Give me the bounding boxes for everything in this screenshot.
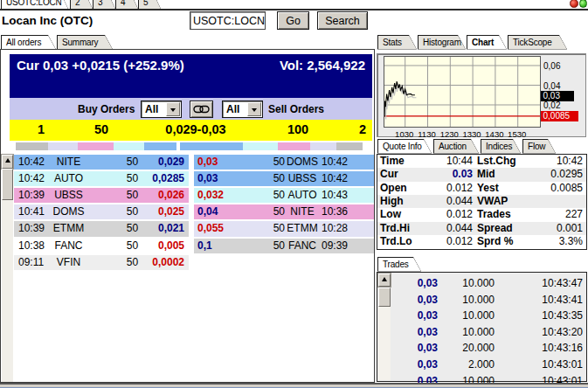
tab-trades[interactable]: Trades bbox=[377, 257, 421, 272]
depth-segment bbox=[180, 142, 243, 150]
tab-chart[interactable]: Chart bbox=[467, 35, 507, 50]
trade-time: 10:43:20 bbox=[515, 324, 583, 341]
tab-auction[interactable]: Auction bbox=[433, 139, 479, 154]
quote-label: Mid bbox=[477, 168, 495, 181]
quote-value: 0.0085 bbox=[550, 182, 583, 195]
ask-price: 0,1 bbox=[197, 239, 212, 253]
go-button[interactable]: Go bbox=[277, 11, 309, 30]
buy-filter-dropdown[interactable]: All bbox=[141, 100, 182, 118]
ask-row[interactable]: 0,150FANC09:39 bbox=[194, 239, 374, 253]
bid-row[interactable]: 10:38FANC500,005 bbox=[14, 239, 189, 253]
quote-label: Yest bbox=[477, 182, 499, 195]
bid-row[interactable]: 10:42NITE500,029 bbox=[14, 155, 189, 170]
quote-info-row: Low0.012Trades227 bbox=[377, 208, 586, 221]
ask-row[interactable]: 0,05550ETMM10:28 bbox=[194, 221, 374, 236]
trade-time: 10:43:01 bbox=[515, 357, 583, 373]
scrollbar-thumb[interactable] bbox=[378, 288, 391, 307]
search-button[interactable]: Search bbox=[317, 11, 368, 30]
current-price-change: Cur 0,03 +0,0215 (+252.9%) bbox=[17, 58, 184, 73]
chevron-down-icon[interactable] bbox=[166, 102, 180, 116]
ask-time: 09:39 bbox=[311, 239, 348, 253]
restore-window-icon[interactable] bbox=[579, 0, 588, 8]
trade-size: 2.000 bbox=[445, 357, 495, 373]
bid-price: 0,029 bbox=[158, 155, 184, 170]
trade-price: 0,03 bbox=[392, 324, 438, 341]
sell-orders-label: Sell Orders bbox=[268, 103, 324, 115]
tab-strip-divider bbox=[0, 9, 588, 10]
quote-value: 0.012 bbox=[416, 182, 473, 195]
bid-row[interactable]: 09:11VFIN500,0002 bbox=[14, 255, 189, 270]
bid-row[interactable]: 10:39UBSS500,026 bbox=[14, 188, 189, 203]
tab-flow[interactable]: Flow bbox=[522, 139, 556, 154]
tab-all-orders[interactable]: All orders bbox=[1, 35, 56, 50]
depth-segment bbox=[114, 142, 144, 150]
quote-label: Trd.Hi bbox=[380, 222, 410, 235]
tab-summary[interactable]: Summary bbox=[57, 35, 113, 50]
quote-value: 10:42 bbox=[557, 155, 583, 168]
tab-tickscope[interactable]: TickScope bbox=[508, 35, 567, 50]
yesterday-close-axis-tag: 0,0085 bbox=[541, 111, 578, 121]
ask-depth-bar bbox=[180, 142, 363, 150]
chevron-down-icon[interactable] bbox=[247, 102, 261, 116]
tab-usotc-locn[interactable]: USOTC:LOCN bbox=[1, 0, 68, 9]
bid-market-maker: FANC bbox=[40, 239, 97, 253]
bid-ask-spread: 0,029-0,03 bbox=[141, 122, 251, 136]
tab-stats[interactable]: Stats bbox=[377, 35, 417, 50]
depth-segment bbox=[278, 142, 310, 150]
scroll-up-button[interactable] bbox=[378, 274, 391, 287]
bid-row[interactable]: 10:41DOMS500,025 bbox=[14, 204, 189, 219]
order-book-scrollbar[interactable] bbox=[2, 155, 13, 382]
quote-value: 10:44 bbox=[416, 155, 473, 168]
quote-value: 0.03 bbox=[416, 168, 473, 181]
depth-segment bbox=[78, 142, 114, 150]
tab-quote-info[interactable]: Quote Info bbox=[377, 139, 432, 154]
quote-label: Sprd % bbox=[477, 235, 513, 248]
depth-segment bbox=[16, 142, 48, 150]
trade-price: 0,03 bbox=[392, 340, 438, 357]
tab-4[interactable]: 4 bbox=[115, 0, 138, 9]
tab-histogram[interactable]: Histogram bbox=[418, 35, 466, 50]
ask-price: 0,03 bbox=[197, 171, 218, 186]
ask-row[interactable]: 0,0350UBSS10:42 bbox=[194, 171, 374, 186]
tab-2[interactable]: 2 bbox=[70, 0, 93, 9]
trade-row: 0,0310.00010:43:20 bbox=[392, 324, 571, 341]
scroll-up-button[interactable] bbox=[2, 155, 13, 169]
quote-info-row: Trd.Lo0.012Sprd %3.3% bbox=[377, 235, 586, 248]
scrollbar-thumb[interactable] bbox=[2, 169, 13, 200]
quote-label: Trades bbox=[477, 208, 511, 221]
x-axis-label: 1430 bbox=[484, 129, 505, 139]
close-window-icon[interactable] bbox=[570, 0, 578, 8]
tab-5[interactable]: 5 bbox=[138, 0, 161, 9]
quote-value: 3.3% bbox=[559, 235, 583, 248]
trade-size: 10.000 bbox=[445, 308, 495, 324]
ask-row[interactable]: 0,03250AUTO10:43 bbox=[194, 188, 374, 203]
tab-indices[interactable]: Indices bbox=[481, 139, 521, 154]
bid-price: 0,0002 bbox=[152, 255, 184, 270]
tab-3[interactable]: 3 bbox=[93, 0, 115, 9]
depth-segment bbox=[310, 142, 336, 150]
trade-row: 0,0310.00010:43:35 bbox=[392, 308, 571, 324]
ask-time: 10:42 bbox=[311, 171, 348, 186]
ask-row[interactable]: 0,0350DOMS10:42 bbox=[194, 155, 374, 170]
trade-row: 0,0310.00010:43:47 bbox=[392, 275, 571, 292]
quote-label: Cur bbox=[380, 168, 398, 181]
bid-row[interactable]: 10:42AUTO500,0285 bbox=[14, 171, 189, 186]
ask-row[interactable]: 0,0450NITE10:36 bbox=[194, 204, 374, 219]
trade-time: 10:43:16 bbox=[515, 340, 583, 357]
symbol-input[interactable] bbox=[190, 11, 266, 30]
trades-scrollbar[interactable] bbox=[378, 274, 391, 380]
bid-row[interactable]: 10:39ETMM500,021 bbox=[14, 221, 189, 236]
ask-count: 2 bbox=[354, 122, 371, 136]
sell-filter-dropdown[interactable]: All bbox=[222, 100, 263, 118]
x-axis-label: 1330 bbox=[461, 129, 482, 139]
trade-time: 10:43:47 bbox=[515, 275, 583, 292]
bid-size: 50 bbox=[117, 155, 148, 170]
ask-price: 0,04 bbox=[197, 204, 218, 219]
x-axis-label: 1030 bbox=[394, 129, 415, 139]
link-filters-button[interactable] bbox=[190, 100, 213, 118]
trade-row: 0,032.00010:43:01 bbox=[392, 357, 571, 373]
quote-label: Spread bbox=[477, 222, 513, 235]
trade-row: 0,0310.00010:43:41 bbox=[392, 292, 571, 308]
bid-size: 50 bbox=[117, 188, 148, 203]
y-axis-label: 0,02 bbox=[543, 100, 560, 110]
